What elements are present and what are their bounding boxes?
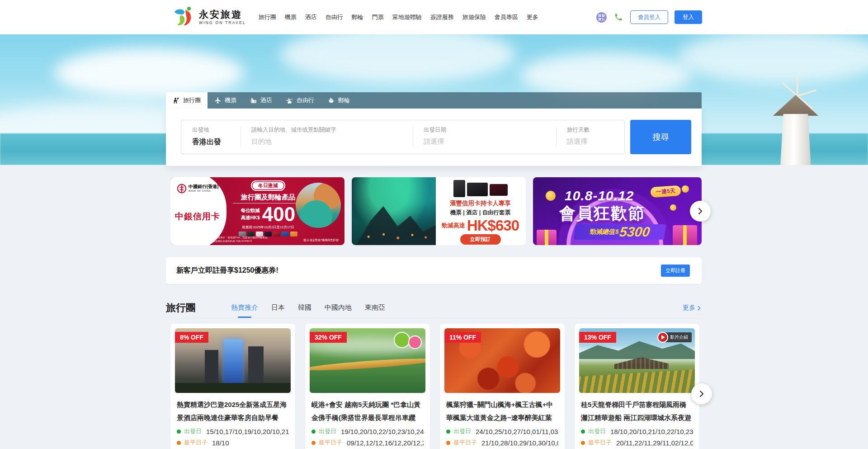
windmill-tower — [778, 114, 813, 165]
logo-title: 永安旅遊 — [199, 9, 246, 19]
tour-card[interactable]: 13% OFF 影片介紹 桂5天龍脊梯田千戶苗寨程陽風雨橋灕江精華遊船 兩江四湖… — [575, 324, 699, 449]
boc-amount: 400 — [262, 204, 295, 224]
play-icon — [657, 332, 668, 343]
nav-item-insurance[interactable]: 旅遊保險 — [462, 13, 486, 21]
cloud-decoration — [520, 52, 692, 98]
nav-item-tickets[interactable]: 門票 — [372, 13, 384, 21]
nav-item-visa[interactable]: 簽證服務 — [430, 13, 454, 21]
hsbc-headline: 滙豐信用卡持卡人專享 — [439, 199, 521, 208]
search-tab-label: 自由行 — [297, 96, 314, 104]
tour-card-title: 峴港+會安 越南5天純玩團 *巴拿山黃金佛手橋(乘搭世界最長單程吊車纜車)☆ 五… — [311, 398, 424, 424]
hotel-icon — [250, 97, 257, 104]
destination-field[interactable]: 請輸入目的地、城市或景點關鍵字 目的地 — [241, 120, 413, 154]
orange-dot-icon — [446, 441, 450, 445]
origin-value: 香港出發 — [192, 137, 241, 147]
logo-subtitle: WING ON TRAVEL — [199, 21, 246, 25]
promo-bar: 新客戶立即註冊享$1250優惠券! 立即註冊 — [166, 257, 702, 284]
trip-days-field[interactable]: 旅行天數 請選擇 — [556, 120, 624, 154]
search-tab-label: 酒店 — [260, 96, 272, 104]
coin-decoration — [670, 204, 676, 211]
trip-days-label: 旅行天數 — [567, 126, 624, 134]
search-fields: 出發地 香港出發 請輸入目的地、城市或景點關鍵字 目的地 出發日期 請選擇 旅行… — [181, 120, 625, 154]
cheapest-dates-row: 最平日子 20/11,22/11,29/11,02/12,03/12… — [581, 439, 693, 447]
depart-date-placeholder: 請選擇 — [424, 137, 556, 146]
login-button[interactable]: 登入 — [675, 10, 702, 24]
header: 永安旅遊 WING ON TRAVEL 旅行團 機票 酒店 自由行 郵輪 門票 … — [0, 0, 868, 34]
banner-boc-credit-card[interactable]: 中國銀行(香港) BANK OF CHINA 中銀信用卡 冬日激減 旅行團及郵輪… — [170, 177, 344, 245]
depart-date-field[interactable]: 出發日期 請選擇 — [413, 120, 556, 154]
nav-item-cruises[interactable]: 郵輪 — [352, 13, 363, 21]
carnival-ribbon: 勁減總值$ 5300 — [574, 224, 666, 240]
cheapest-dates-row: 最平日子 21/10,28/10,29/10,30/10,07/11… — [446, 439, 558, 447]
chevron-right-icon — [698, 390, 705, 397]
cruise-ship-icon — [328, 97, 335, 104]
tour-card-title: 熱賣精選沙巴遊2025全新落成五星海景酒店兩晚連住豪華客房自助早餐+觀光團 送機… — [177, 398, 289, 424]
member-login-button[interactable]: 會員登入 — [630, 10, 668, 24]
hsbc-amount: HK$630 — [467, 217, 519, 234]
tour-card-title: 桂5天龍脊梯田千戶苗寨程陽風雨橋灕江精華遊船 兩江四湖環城水系夜遊 入住市中心豪… — [581, 398, 693, 424]
product-category-tabs: 熱賣推介 日本 韓國 中國內地 東南亞 — [231, 298, 385, 318]
banner-member-carnival[interactable]: 10.8-10.12 一連5天 會員狂歡節 勁減總值$ 5300 — [533, 177, 702, 245]
boc-badge: 冬日激減 — [252, 181, 284, 190]
banner-hsbc-credit-card[interactable]: 滙豐信用卡持卡人專享 機票 | 酒店 | 自由行套票 勁減高達 HK$630 立… — [352, 177, 526, 245]
carnival-title: 會員狂歡節 — [559, 203, 645, 225]
discount-badge: 32% OFF — [310, 332, 347, 343]
tour-card-image: 11% OFF — [444, 328, 560, 393]
discount-badge: 8% OFF — [175, 332, 208, 343]
tour-card-image: 13% OFF 影片介紹 — [579, 328, 695, 393]
nav-item-tours[interactable]: 旅行團 — [259, 13, 276, 21]
tab-southeast-asia[interactable]: 東南亞 — [365, 298, 385, 318]
tour-card[interactable]: 32% OFF 峴港+會安 越南5天純玩團 *巴拿山黃金佛手橋(乘搭世界最長單程… — [305, 324, 430, 449]
nav-item-packages[interactable]: 自由行 — [326, 13, 343, 21]
tab-hot-picks[interactable]: 熱賣推介 — [231, 298, 258, 318]
search-tab-tours[interactable]: 旅行團 — [166, 92, 208, 109]
product-cards: 8% OFF 熱賣精選沙巴遊2025全新落成五星海景酒店兩晚連住豪華客房自助早餐… — [170, 324, 699, 449]
search-tab-label: 機票 — [225, 96, 236, 104]
qr-code-icon[interactable] — [596, 12, 607, 23]
tab-mainland-china[interactable]: 中國內地 — [325, 298, 352, 318]
search-tab-packages[interactable]: 自由行 — [279, 92, 321, 109]
cheapest-dates-row: 最平日子 18/10 — [177, 439, 289, 447]
boc-fine-print: 優惠只適用於「超值遊Plus」指定旅行團及郵輪產品。 優惠受條款及細則約束 代碼… — [210, 236, 270, 243]
search-button[interactable]: 搜尋 — [630, 120, 691, 154]
tour-card[interactable]: 8% OFF 熱賣精選沙巴遊2025全新落成五星海景酒店兩晚連住豪華客房自助早餐… — [170, 324, 295, 449]
banner-next-arrow[interactable] — [690, 201, 711, 222]
promo-register-button[interactable]: 立即註冊 — [661, 265, 690, 277]
coin-decoration — [546, 191, 556, 201]
cards-next-arrow[interactable] — [691, 383, 712, 404]
logo[interactable]: 永安旅遊 WING ON TRAVEL — [172, 5, 246, 29]
carnival-subtitle: 勁減總值$ — [589, 228, 619, 236]
origin-field[interactable]: 出發地 香港出發 — [181, 120, 241, 154]
promo-sticker — [408, 336, 422, 349]
hsbc-card-images — [439, 180, 521, 197]
cheapest-dates-row: 最平日子 09/12,12/12,16/12,20/12,21/12… — [311, 439, 424, 447]
boc-offer: 冬日激減 旅行團及郵輪產品 每位勁減 高達HK$ 400 推廣期:2025年10… — [233, 181, 303, 236]
aurora-photo — [352, 177, 436, 245]
search-tab-flights[interactable]: 機票 — [208, 92, 243, 109]
hsbc-book-now-button[interactable]: 立即預訂 — [460, 234, 501, 245]
video-badge[interactable]: 影片介紹 — [657, 332, 692, 343]
trip-days-placeholder: 請選擇 — [567, 137, 624, 146]
hsbc-products: 機票 | 酒店 | 自由行套票 — [439, 209, 521, 217]
destination-label: 請輸入目的地、城市或景點關鍵字 — [251, 126, 413, 134]
chevron-right-icon — [697, 208, 704, 215]
page: 永安旅遊 WING ON TRAVEL 旅行團 機票 酒店 自由行 郵輪 門票 … — [0, 0, 868, 449]
hsbc-offer: 滙豐信用卡持卡人專享 機票 | 酒店 | 自由行套票 勁減高達 HK$630 立… — [436, 177, 526, 245]
nav-item-local-experience[interactable]: 當地遊體驗 — [392, 13, 422, 21]
tab-japan[interactable]: 日本 — [271, 298, 285, 318]
nav-item-more[interactable]: 更多 — [527, 13, 538, 21]
bank-of-china-logo: 中國銀行(香港) BANK OF CHINA — [177, 184, 219, 194]
search-tab-hotels[interactable]: 酒店 — [243, 92, 279, 109]
products-section-title: 旅行團 — [166, 301, 196, 315]
phone-icon[interactable] — [613, 12, 624, 23]
nav-item-hotels[interactable]: 酒店 — [305, 13, 317, 21]
nav-item-membership[interactable]: 會員專區 — [495, 13, 518, 21]
carnival-days-badge: 一連5天 — [650, 185, 681, 198]
search-tab-label: 旅行團 — [183, 96, 201, 104]
nav-item-flights[interactable]: 機票 — [285, 13, 297, 21]
more-link[interactable]: 更多 — [683, 304, 702, 312]
depart-date-label: 出發日期 — [424, 126, 556, 134]
tour-card[interactable]: 11% OFF 楓葉狩獵~關門山楓海+楓王古楓+中華楓葉大道黃金之路~遼寧醉美紅… — [440, 324, 565, 449]
tab-korea[interactable]: 韓國 — [298, 298, 311, 318]
search-tab-cruises[interactable]: 郵輪 — [321, 92, 357, 109]
